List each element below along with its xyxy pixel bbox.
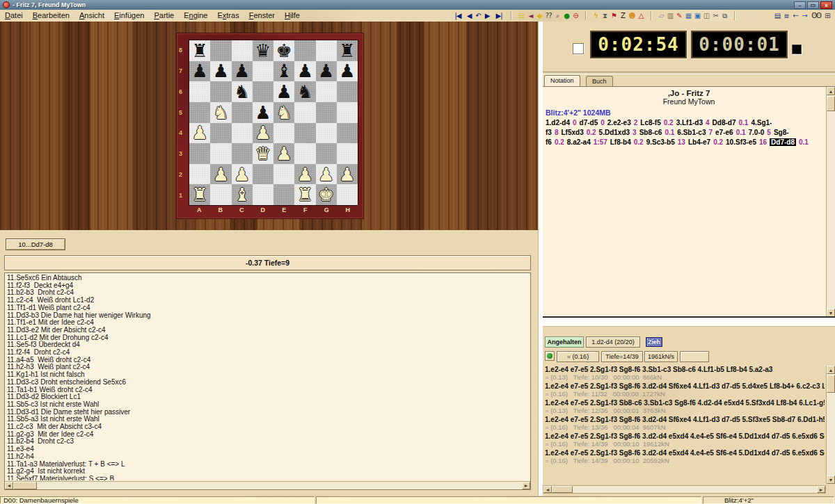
square-f2[interactable]: ♟	[294, 164, 315, 185]
square-a4[interactable]: ♟	[189, 123, 210, 144]
announce-icon[interactable]: ◄	[526, 10, 535, 21]
move-token[interactable]: e7-e6	[715, 129, 733, 136]
square-h4[interactable]	[337, 123, 358, 144]
analysis-line[interactable]: 11.Se5xf7 Materialverlust: S <=> B	[7, 475, 529, 480]
move-time[interactable]: 1:57	[594, 138, 607, 146]
square-e3[interactable]: ♟	[273, 143, 294, 164]
engine-line[interactable]: 1.e2-e4 e7-e5 2.Sg1-f3 Sb8-c6 3.Sb1-c3 S…	[545, 399, 825, 414]
scroll-left-icon[interactable]: ◄	[5, 482, 13, 489]
layout-icon[interactable]: ▦	[684, 10, 693, 21]
hourglass-icon[interactable]: ⧗	[601, 10, 610, 21]
scrollbar-track[interactable]	[37, 482, 522, 489]
move-time[interactable]: 16	[759, 138, 767, 146]
square-e4[interactable]	[273, 123, 294, 144]
move-time[interactable]: 13	[678, 138, 685, 146]
square-h8[interactable]: ♜	[337, 40, 358, 61]
menu-item-partie[interactable]: Partie	[149, 10, 179, 22]
move-token[interactable]: Lc8-f5	[640, 119, 660, 127]
square-g8[interactable]	[316, 40, 337, 61]
current-move[interactable]: Dd7-d8	[770, 138, 796, 146]
move-token[interactable]: Lf8-b4	[610, 138, 631, 146]
square-c8[interactable]	[232, 40, 253, 61]
square-g3[interactable]	[316, 143, 337, 164]
square-h5[interactable]	[337, 102, 358, 123]
square-h7[interactable]: ♟	[337, 61, 358, 82]
window-copy-icon[interactable]: ⧉	[720, 10, 729, 21]
variation-button[interactable]: 10...Dd7-d8	[6, 238, 65, 250]
move-token[interactable]: Lf5xd3	[561, 129, 583, 136]
analysis-line[interactable]: 11.h2-h4	[7, 453, 529, 461]
lightning-icon[interactable]: ϟ	[591, 10, 601, 21]
engine-line[interactable]: 1.e2-e4 e7-e5 2.Sg1-f3 Sg8-f6 3.d2-d4 Sf…	[545, 382, 825, 398]
square-a3[interactable]	[189, 143, 210, 164]
tools-icon[interactable]: ✂	[711, 10, 720, 21]
scroll-up-icon[interactable]: ▲	[827, 366, 835, 374]
new-game-icon[interactable]: ▤	[517, 10, 526, 21]
square-h6[interactable]	[337, 81, 358, 102]
move-token[interactable]: 3.Lf1-d3	[676, 119, 703, 127]
engine-indicator-button[interactable]	[545, 351, 555, 361]
analysis-horizontal-scrollbar[interactable]: ◄ ►	[5, 481, 530, 489]
question-icon[interactable]: ⁇	[544, 10, 553, 21]
scroll-up-icon[interactable]: ▲	[827, 87, 835, 95]
first-move-icon[interactable]: |◀	[451, 10, 465, 21]
square-f6[interactable]: ♞	[294, 81, 315, 102]
square-e8[interactable]: ♚	[273, 40, 294, 61]
square-e2[interactable]	[273, 164, 294, 185]
move-token[interactable]: 1.d2-d4	[546, 119, 570, 127]
scrollbar-thumb[interactable]	[827, 375, 835, 393]
square-a2[interactable]	[189, 164, 210, 185]
database-icon[interactable]: ◫	[702, 10, 711, 21]
last-move-icon[interactable]: ▶|	[492, 10, 506, 21]
square-d6[interactable]	[253, 81, 273, 102]
horizontal-splitter[interactable]	[543, 318, 835, 327]
scroll-right-icon[interactable]: ►	[522, 482, 530, 489]
square-b1[interactable]	[210, 184, 231, 205]
menu-item-bearbeiten[interactable]: Bearbeiten	[28, 10, 74, 22]
square-a7[interactable]: ♟	[189, 61, 210, 82]
square-e1[interactable]	[273, 184, 294, 205]
vertical-splitter[interactable]	[538, 22, 543, 496]
square-e7[interactable]: ♝	[273, 61, 294, 82]
scrollbar-thumb[interactable]	[13, 482, 37, 489]
move-token[interactable]: d7-d5	[580, 119, 598, 127]
square-b7[interactable]: ♟	[210, 61, 231, 82]
square-f8[interactable]	[294, 40, 315, 61]
square-d8[interactable]: ♛	[253, 40, 273, 61]
square-g7[interactable]: ♟	[316, 61, 337, 82]
scroll-down-icon[interactable]: ▼	[827, 309, 835, 317]
hint-icon[interactable]: ◆	[535, 10, 544, 21]
square-c2[interactable]: ♟	[232, 164, 253, 185]
square-h3[interactable]	[337, 143, 358, 164]
tab-notation[interactable]: Notation	[544, 75, 580, 86]
square-b3[interactable]	[210, 143, 231, 164]
square-b8[interactable]	[210, 40, 231, 61]
square-f5[interactable]	[294, 102, 315, 123]
square-d4[interactable]: ♟	[253, 123, 273, 144]
menu-item-datei[interactable]: Datei	[0, 10, 28, 22]
square-c7[interactable]: ♟	[232, 61, 253, 82]
flag-icon[interactable]: ⚑	[610, 10, 619, 21]
notes-icon[interactable]: ▥	[666, 10, 675, 21]
square-g2[interactable]: ♟	[316, 164, 337, 185]
engine-stop-icon[interactable]: ⊖	[571, 10, 580, 21]
eraser-icon[interactable]: ▱	[657, 10, 666, 21]
move-token[interactable]: 9.Sc3-b5	[646, 138, 675, 146]
move-time[interactable]: 0.1	[736, 129, 746, 136]
blunder-icon[interactable]: Z	[619, 10, 628, 21]
analysis-line[interactable]: 11.Tf1-d1 Weiß plant c2-c4	[7, 304, 529, 312]
scroll-left-icon[interactable]: ◄	[543, 486, 552, 493]
move-time[interactable]: 0.1	[665, 129, 674, 136]
move-time[interactable]: 0	[601, 119, 605, 127]
square-c4[interactable]	[232, 123, 253, 144]
scrollbar-thumb[interactable]	[552, 486, 573, 493]
takeback-icon[interactable]: ↶	[474, 10, 483, 21]
square-b6[interactable]	[210, 81, 231, 102]
scrollbar-track[interactable]	[573, 486, 817, 493]
analysis-line[interactable]: 11.Se5-f3 Überdeckt d4	[7, 341, 529, 349]
engine-line[interactable]: 1.e2-e4 e7-e5 2.Sg1-f3 Sg8-f6 3.Sb1-c3 S…	[545, 366, 825, 381]
close-button[interactable]: x	[820, 1, 832, 9]
square-f1[interactable]: ♜	[294, 184, 315, 205]
analysis-line[interactable]: 11.Ta1-b1 Weiß droht c2-c4	[7, 387, 529, 394]
engine-horizontal-scrollbar[interactable]: ◄ ►	[543, 485, 826, 494]
